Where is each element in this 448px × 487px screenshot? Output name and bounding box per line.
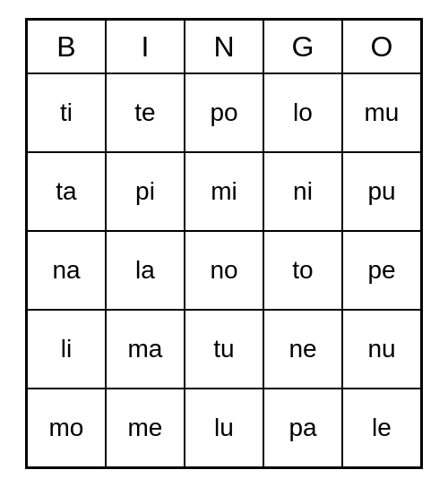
bingo-cell-r1-c3: ni [263,152,342,231]
bingo-cell-r1-c0: ta [27,152,106,231]
bingo-header-row: BINGO [27,20,421,73]
bingo-cell-r2-c4: pe [342,231,421,310]
bingo-cell-r4-c0: mo [27,389,106,467]
bingo-cell-r4-c4: le [342,389,421,467]
bingo-row-3: limatunenu [27,310,421,389]
bingo-cell-r1-c4: pu [342,152,421,231]
bingo-row-1: tapiminipu [27,152,421,231]
bingo-cell-r1-c2: mi [185,152,263,231]
bingo-cell-r3-c2: tu [185,310,263,389]
bingo-cell-r4-c1: me [106,389,185,467]
header-cell-o: O [342,20,421,73]
bingo-cell-r3-c0: li [27,310,106,389]
bingo-card: BINGO titepolomutapiminipunalanotopelima… [25,18,423,469]
bingo-cell-r0-c0: ti [27,73,106,152]
bingo-cell-r0-c3: lo [263,73,342,152]
bingo-row-4: momelupale [27,389,421,467]
bingo-cell-r3-c1: ma [106,310,185,389]
bingo-cell-r0-c4: mu [342,73,421,152]
bingo-cell-r3-c4: nu [342,310,421,389]
header-cell-n: N [185,20,263,73]
bingo-row-2: nalanotope [27,231,421,310]
bingo-cell-r1-c1: pi [106,152,185,231]
header-cell-i: I [106,20,185,73]
bingo-cell-r4-c2: lu [185,389,263,467]
header-cell-g: G [263,20,342,73]
bingo-cell-r3-c3: ne [263,310,342,389]
bingo-cell-r2-c0: na [27,231,106,310]
bingo-cell-r4-c3: pa [263,389,342,467]
bingo-cell-r0-c1: te [106,73,185,152]
bingo-cell-r2-c2: no [185,231,263,310]
bingo-cell-r2-c1: la [106,231,185,310]
bingo-rows: titepolomutapiminipunalanotopelimatunenu… [27,73,421,467]
bingo-cell-r0-c2: po [185,73,263,152]
bingo-cell-r2-c3: to [263,231,342,310]
bingo-row-0: titepolomu [27,73,421,152]
header-cell-b: B [27,20,106,73]
